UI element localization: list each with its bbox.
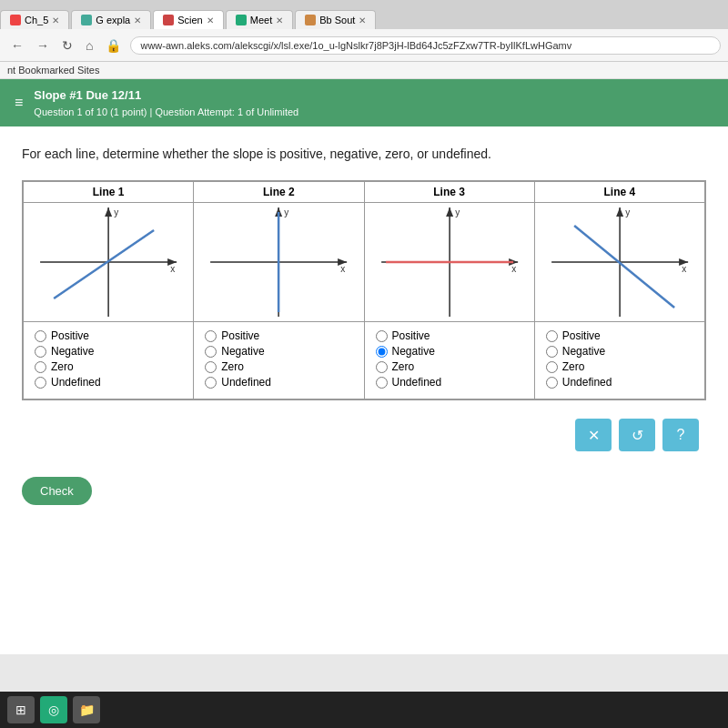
svg-text:x: x (340, 264, 345, 274)
line-3-positive-radio[interactable] (376, 330, 388, 342)
header-subtitle: Question 1 of 10 (1 point) | Question At… (34, 105, 298, 120)
line-1-negative-label: Negative (51, 345, 94, 358)
tab-close-meet[interactable]: ✕ (276, 15, 283, 25)
line-2-positive-option[interactable]: Positive (205, 329, 352, 342)
line-4-negative-radio[interactable] (546, 346, 558, 358)
url-bar[interactable]: www-awn.aleks.com/alekscgi/x/lsl.exe/1o_… (130, 36, 721, 55)
line-4-graph: y x (535, 203, 704, 321)
line-1-undefined-label: Undefined (51, 376, 101, 389)
line-3-header: Line 3 (365, 182, 534, 203)
refresh-button[interactable]: ↻ (58, 36, 76, 55)
tab-favicon-ch5 (10, 15, 21, 25)
line-4-zero-label: Zero (562, 360, 585, 373)
tab-favicon-scien (163, 15, 174, 25)
tab-close-bb[interactable]: ✕ (359, 15, 366, 25)
line-3-negative-label: Negative (392, 345, 435, 358)
line-4-cell: Line 4 y x (535, 182, 704, 321)
svg-text:y: y (455, 207, 460, 217)
line-2-negative-label: Negative (221, 345, 264, 358)
svg-text:y: y (284, 207, 288, 217)
line-4-undefined-radio[interactable] (546, 377, 558, 389)
back-button[interactable]: ← (7, 36, 27, 55)
forward-button[interactable]: → (33, 36, 53, 55)
line-4-zero-option[interactable]: Zero (546, 360, 693, 373)
line-2-cell: Line 2 y x (194, 182, 364, 321)
line-1-positive-radio[interactable] (35, 330, 46, 342)
line-1-undefined-radio[interactable] (35, 377, 46, 389)
tab-close-gexpl[interactable]: ✕ (134, 15, 141, 25)
line-3-negative-option[interactable]: Negative (376, 345, 523, 358)
help-button[interactable]: ? (662, 419, 699, 451)
clear-button[interactable]: ✕ (575, 419, 612, 451)
bookmarks-bar: nt Bookmarked Sites (0, 62, 728, 79)
line-3-undefined-label: Undefined (392, 376, 442, 389)
line-4-positive-radio[interactable] (546, 330, 558, 342)
line-2-header: Line 2 (194, 182, 363, 203)
svg-text:y: y (114, 207, 118, 217)
line-4-negative-option[interactable]: Negative (546, 345, 693, 358)
line-4-positive-option[interactable]: Positive (546, 329, 693, 342)
aleks-header: ≡ Slope #1 Due 12/11 Question 1 of 10 (1… (0, 79, 728, 126)
taskbar-files[interactable]: 📁 (73, 696, 100, 723)
tab-favicon-gexpl (81, 15, 92, 25)
lock-icon: 🔒 (102, 36, 125, 55)
line-3-graph: y x (365, 203, 534, 321)
line-2-negative-option[interactable]: Negative (205, 345, 352, 358)
line-1-graph: y x (24, 203, 193, 321)
line-4-zero-radio[interactable] (546, 361, 558, 373)
tab-label-gexpl: G expla (96, 15, 130, 25)
menu-icon[interactable]: ≡ (15, 95, 23, 111)
taskbar-start[interactable]: ⊞ (7, 696, 35, 723)
taskbar-start-icon: ⊞ (15, 703, 26, 717)
bottom-actions: ✕ ↺ ? (22, 419, 706, 451)
tab-scien[interactable]: Scien ✕ (153, 10, 224, 29)
tab-label-ch5: Ch_5 (25, 15, 48, 25)
line-1-zero-radio[interactable] (35, 361, 46, 373)
line-3-negative-radio[interactable] (376, 346, 388, 358)
taskbar-chrome[interactable]: ◎ (40, 696, 67, 723)
line-3-positive-label: Positive (392, 329, 430, 342)
line-4-negative-label: Negative (562, 345, 605, 358)
line-3-zero-radio[interactable] (376, 361, 388, 373)
line-2-undefined-option[interactable]: Undefined (205, 376, 352, 389)
line-1-positive-option[interactable]: Positive (35, 329, 182, 342)
tab-gexpl[interactable]: G expla ✕ (71, 10, 151, 29)
line-3-undefined-option[interactable]: Undefined (376, 376, 523, 389)
line-1-undefined-option[interactable]: Undefined (35, 376, 182, 389)
line-1-negative-option[interactable]: Negative (35, 345, 182, 358)
taskbar: ⊞ ◎ 📁 (0, 692, 728, 728)
svg-line-35 (574, 226, 674, 308)
tab-close-ch5[interactable]: ✕ (52, 15, 59, 25)
undo-button[interactable]: ↺ (619, 419, 655, 451)
options-row: Positive Negative Zero Undefined (24, 322, 704, 399)
line-4-positive-label: Positive (562, 329, 601, 342)
svg-text:x: x (170, 264, 175, 274)
question-text: For each line, determine whether the slo… (22, 145, 706, 164)
line-3-zero-option[interactable]: Zero (376, 360, 523, 373)
line-2-zero-option[interactable]: Zero (205, 360, 352, 373)
line-2-zero-radio[interactable] (205, 361, 217, 373)
line-2-negative-radio[interactable] (205, 346, 217, 358)
line-4-undefined-option[interactable]: Undefined (546, 376, 693, 389)
tab-close-scien[interactable]: ✕ (207, 15, 214, 25)
tab-ch5[interactable]: Ch_5 ✕ (0, 10, 69, 29)
svg-marker-4 (105, 207, 112, 217)
line-2-positive-radio[interactable] (205, 330, 217, 342)
tab-bb[interactable]: Bb Sout ✕ (295, 10, 376, 29)
line-1-negative-radio[interactable] (35, 346, 46, 358)
line-2-undefined-radio[interactable] (205, 377, 217, 389)
header-text: Slope #1 Due 12/11 Question 1 of 10 (1 p… (34, 86, 298, 119)
tab-label-scien: Scien (177, 15, 203, 25)
check-button[interactable]: Check (22, 477, 92, 505)
line-3-positive-option[interactable]: Positive (376, 329, 523, 342)
tab-favicon-bb (305, 15, 316, 25)
line-3-undefined-radio[interactable] (376, 377, 388, 389)
lines-header-row: Line 1 y x (24, 182, 704, 322)
line-2-options: Positive Negative Zero Undefined (194, 322, 364, 399)
tab-label-meet: Meet (250, 15, 272, 25)
line-1-header: Line 1 (24, 182, 193, 203)
line-1-cell: Line 1 y x (24, 182, 194, 321)
tab-meet[interactable]: Meet ✕ (226, 10, 293, 29)
line-1-zero-option[interactable]: Zero (35, 360, 182, 373)
home-button[interactable]: ⌂ (82, 36, 96, 55)
